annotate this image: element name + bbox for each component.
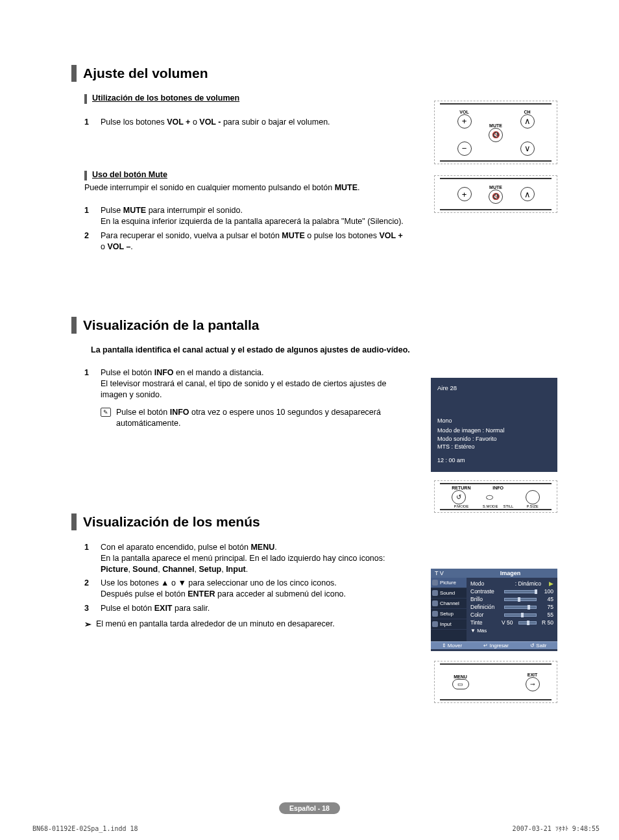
step-text: Pulse el botón EXIT para salir. [101, 603, 409, 614]
subsection-heading: Uso del botón Mute [92, 170, 167, 180]
exit-icon: ⊸ [526, 677, 540, 691]
osd-line: Modo de imagen : Normal [437, 427, 551, 434]
pmode-label: P.MODE [452, 504, 470, 508]
vol-up-icon: + [457, 114, 472, 129]
note-row: ➢ El menú en pantalla tarda alrededor de… [84, 619, 409, 629]
note-icon: ✎ [101, 408, 111, 417]
section-title: Visualización de los menús [83, 514, 260, 530]
menu-main: Modo : Dinámico ▶ Contraste 100 Brillo 4… [467, 578, 557, 641]
menu-more: ▼ Más [470, 628, 553, 634]
mute-label: MUTE [489, 123, 503, 128]
info-icon: ⬭ [483, 490, 497, 504]
sub-bar [84, 94, 87, 104]
return-icon: ↺ [452, 490, 466, 504]
menu-side-input: Input [431, 619, 467, 630]
menu-row-tinte: Tinte V 50 R 50 [470, 619, 553, 626]
osd-channel: Aire 28 [437, 384, 551, 391]
step-row: 2 Use los botones ▲ o ▼ para seleccionar… [84, 578, 409, 600]
vol-down-icon: − [457, 142, 472, 156]
info-label: INFO [483, 486, 514, 490]
osd-line: Modo sonido : Favorito [437, 436, 551, 443]
step-number: 3 [84, 603, 101, 614]
intro-text: La pantalla identifica el canal actual y… [91, 345, 561, 354]
title-bar [71, 513, 77, 530]
title-block: Visualización de los menús [71, 513, 561, 530]
osd-line: MTS : Estéreo [437, 443, 551, 451]
menu-icon: ▭ [452, 679, 469, 689]
step-number: 1 [84, 117, 101, 128]
vol-label: VOL [457, 110, 472, 114]
step-number: 1 [84, 542, 101, 575]
note-text: Pulse el botón INFO otra vez o espere un… [116, 407, 409, 429]
step-row: 1 Con el aparato encendido, pulse el bot… [84, 542, 409, 575]
menu-tv-label: T V [431, 569, 463, 578]
vol-up-icon: + [457, 187, 472, 201]
title-block: Ajuste del volumen [71, 65, 561, 82]
menu-row-modo: Modo : Dinámico ▶ [470, 580, 553, 587]
note-row: ✎ Pulse el botón INFO otra vez o espere … [101, 407, 409, 429]
return-label: RETURN [452, 486, 470, 490]
section-title: Visualización de la pantalla [83, 317, 260, 333]
ch-up-icon: ∧ [520, 114, 535, 129]
step-number: 2 [84, 578, 101, 600]
title-block: Visualización de la pantalla [71, 317, 561, 334]
note-text: El menú en pantalla tarda alrededor de u… [96, 619, 335, 629]
menu-side-sound: Sound [431, 588, 467, 599]
footer-filepath: BN68-01192E-02Spa_1.indd 18 [32, 825, 138, 832]
step-row: 2 Para recuperar el sonido, vuelva a pul… [84, 230, 409, 253]
subsection-vol-buttons: Utilización de los botones de volumen [84, 93, 409, 104]
osd-time: 12 : 00 am [437, 457, 551, 464]
remote-figure-vol: VOL + − MUTE 🔇 CH ∧ ∨ [434, 101, 557, 164]
step-row: 1 Pulse los botones VOL + o VOL - para s… [84, 117, 409, 128]
step-text: Con el aparato encendido, pulse el botón… [101, 542, 409, 575]
psize-label: P.SIZE [526, 504, 540, 508]
mute-icon: 🔇 [489, 190, 503, 204]
step-number: 1 [84, 205, 101, 227]
arrow-icon: ➢ [84, 619, 96, 629]
menu-label: MENU [452, 674, 469, 679]
step-row: 3 Pulse el botón EXIT para salir. [84, 603, 409, 614]
osd-menu-panel: T V Imagen Picture Sound Channel Setup I… [431, 569, 557, 651]
menu-title: Imagen [463, 569, 557, 578]
menu-row-contraste: Contraste 100 [470, 587, 553, 595]
ch-down-icon: ∨ [520, 142, 535, 156]
subsection-mute: Uso del botón Mute Puede interrumpir el … [84, 170, 409, 192]
ch-label: CH [520, 110, 535, 114]
title-bar [71, 317, 77, 334]
step-text: Use los botones ▲ o ▼ para seleccionar u… [101, 578, 409, 600]
step-text: Para recuperar el sonido, vuelva a pulsa… [101, 230, 409, 253]
step-text: Pulse el botón INFO en el mando a distan… [101, 367, 409, 401]
footer-timestamp: 2007-03-21 ｿﾀﾈﾄ 9:48:55 [513, 825, 600, 832]
osd-info-panel: Aire 28 Mono Modo de imagen : Normal Mod… [431, 378, 557, 472]
menu-side-channel: Channel [431, 599, 467, 609]
mute-label: MUTE [489, 185, 503, 190]
menu-row-color: Color 55 [470, 611, 553, 619]
remote-figure-menu: MENU ▭ EXIT ⊸ [434, 661, 557, 703]
menu-row-brillo: Brillo 45 [470, 595, 553, 603]
title-bar [71, 65, 77, 82]
menu-foot: ⇕ Mover ↵ Ingresar ↺ Salir [431, 641, 557, 649]
step-row: 1 Pulse MUTE para interrumpir el sonido.… [84, 205, 409, 227]
step-number: 1 [84, 367, 101, 401]
section-title: Ajuste del volumen [83, 66, 208, 81]
remote-figure-info: RETURN ↺ P.MODE INFO ⬭ S.MODESTILL P.SIZ… [434, 480, 557, 513]
menu-side-picture: Picture [431, 578, 467, 588]
step-text: Pulse MUTE para interrumpir el sonido. E… [101, 205, 409, 227]
menu-sidebar: Picture Sound Channel Setup Input [431, 578, 467, 641]
step-number: 2 [84, 230, 101, 253]
mute-icon: 🔇 [489, 128, 503, 142]
osd-mono: Mono [437, 417, 551, 425]
circle-icon [526, 490, 540, 504]
step-text: Pulse los botones VOL + o VOL - para sub… [101, 117, 409, 128]
ch-up-icon: ∧ [520, 187, 535, 201]
menu-side-setup: Setup [431, 609, 467, 619]
intro-text: Puede interrumpir el sonido en cualquier… [84, 183, 409, 192]
step-row: 1 Pulse el botón INFO en el mando a dist… [84, 367, 409, 401]
menu-row-definicion: Definición 75 [470, 603, 553, 611]
remote-figure-mute: + MUTE 🔇 ∧ [434, 175, 557, 213]
subsection-heading: Utilización de los botones de volumen [92, 93, 239, 104]
exit-label: EXIT [526, 673, 540, 677]
page-number-badge: Español - 18 [279, 802, 340, 814]
sub-bar [84, 171, 87, 180]
